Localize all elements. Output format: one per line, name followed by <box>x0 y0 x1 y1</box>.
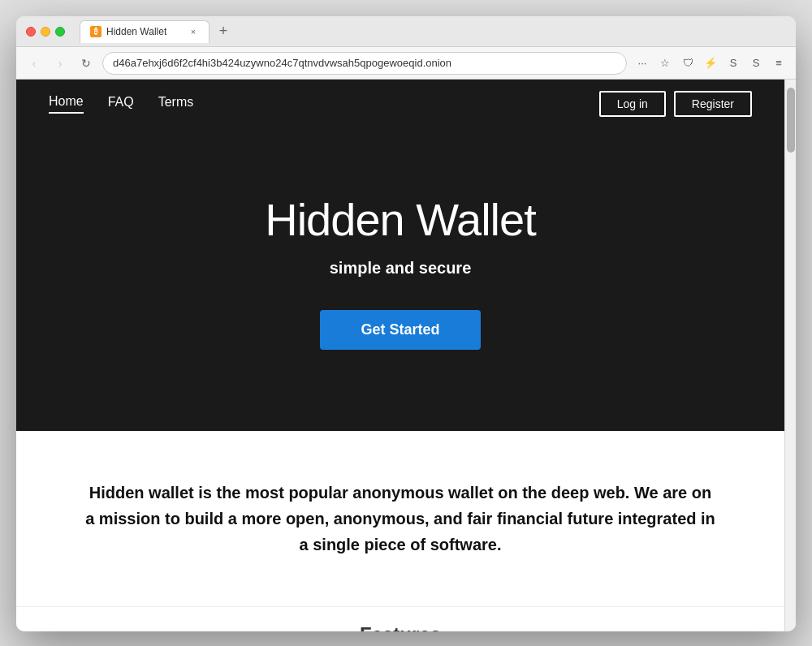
menu-icon[interactable]: ≡ <box>770 54 788 72</box>
traffic-lights <box>26 27 65 37</box>
toolbar-icons: ··· ☆ 🛡 ⚡ S S ≡ <box>633 54 788 72</box>
nav-terms[interactable]: Terms <box>158 95 194 113</box>
nav-links: Home FAQ Terms <box>49 94 193 114</box>
url-input[interactable]: d46a7ehxj6d6f2cf4hi3b424uzywno24c7qtnvdv… <box>102 52 627 75</box>
tab-favicon: ₿ <box>90 26 102 37</box>
get-started-button[interactable]: Get Started <box>320 310 480 350</box>
minimize-button[interactable] <box>41 27 50 37</box>
hero-subtitle: simple and secure <box>49 259 752 278</box>
back-button[interactable]: ‹ <box>24 54 44 73</box>
skype-icon[interactable]: S <box>724 54 742 72</box>
reload-button[interactable]: ↻ <box>76 54 96 73</box>
hero-section: Hidden Wallet simple and secure Get Star… <box>16 128 784 431</box>
address-bar: ‹ › ↻ d46a7ehxj6d6f2cf4hi3b424uzywno24c7… <box>16 47 796 80</box>
maximize-button[interactable] <box>55 27 65 37</box>
new-tab-button[interactable]: + <box>213 21 234 42</box>
scrollbar[interactable] <box>784 80 796 631</box>
nav-actions: Log in Register <box>599 91 752 117</box>
tab-bar: ₿ Hidden Wallet × + <box>80 20 786 43</box>
browser-content: Home FAQ Terms Log in Register Hidden Wa… <box>16 80 784 631</box>
bookmark-icon[interactable]: ☆ <box>656 54 674 72</box>
site-nav: Home FAQ Terms Log in Register <box>16 80 784 128</box>
nav-home[interactable]: Home <box>49 94 84 114</box>
hero-title: Hidden Wallet <box>49 193 752 246</box>
scrollbar-thumb[interactable] <box>787 88 795 153</box>
browser-tab[interactable]: ₿ Hidden Wallet × <box>80 20 209 43</box>
features-preview: Features <box>16 606 784 631</box>
browser-window: ₿ Hidden Wallet × + ‹ › ↻ d46a7ehxj6d6f2… <box>16 16 796 631</box>
features-heading: Features <box>360 623 441 631</box>
more-icon[interactable]: ··· <box>633 54 651 72</box>
tab-title: Hidden Wallet <box>106 26 166 37</box>
shield-icon[interactable]: 🛡 <box>679 54 697 72</box>
close-button[interactable] <box>26 27 36 37</box>
nav-faq[interactable]: FAQ <box>108 95 134 113</box>
tab-close-button[interactable]: × <box>188 26 199 37</box>
register-button[interactable]: Register <box>674 91 752 117</box>
title-bar: ₿ Hidden Wallet × + <box>16 16 796 47</box>
lightning-icon[interactable]: ⚡ <box>702 54 719 72</box>
skype2-icon[interactable]: S <box>747 54 765 72</box>
description-text: Hidden wallet is the most popular anonym… <box>84 480 717 558</box>
url-text: d46a7ehxj6d6f2cf4hi3b424uzywno24c7qtnvdv… <box>113 57 451 69</box>
description-section: Hidden wallet is the most popular anonym… <box>16 431 784 606</box>
forward-button[interactable]: › <box>50 54 70 73</box>
login-button[interactable]: Log in <box>599 91 666 117</box>
browser-content-wrapper: Home FAQ Terms Log in Register Hidden Wa… <box>16 80 796 631</box>
